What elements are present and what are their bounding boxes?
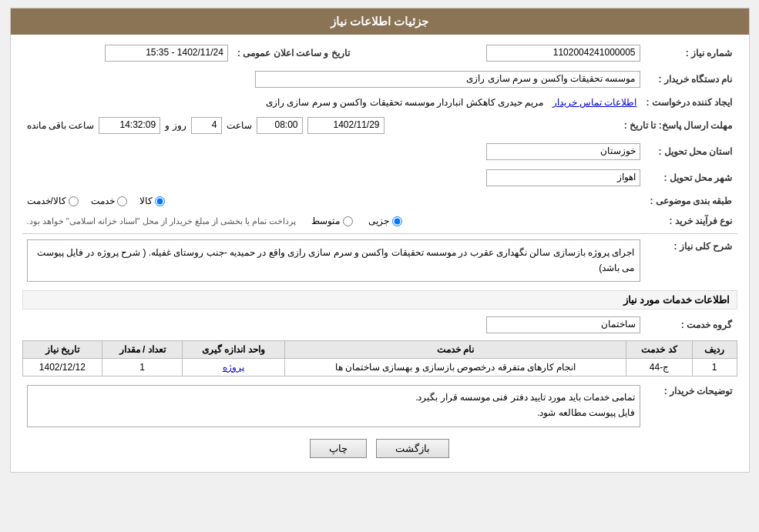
province-input: خوزستان (486, 143, 640, 160)
buttons-row: چاپ بازگشت (22, 439, 737, 458)
buyer-name-input: موسسه تحقیقات واکسن و سرم سازی رازی (255, 71, 640, 88)
creator-value: مریم حیدری کاهکش انباردار موسسه تحقیقات … (266, 97, 543, 108)
type-partial-label: جزیی (368, 216, 389, 226)
announce-label: تاریخ و ساعت اعلان عمومی : (233, 42, 354, 64)
announce-value: 1402/11/24 - 15:35 (22, 42, 233, 64)
buyer-table: نام دستگاه خریدار : موسسه تحقیقات واکسن … (22, 69, 737, 90)
category-goods-item: کالا (139, 196, 165, 206)
table-cell: ج-44 (626, 358, 692, 376)
type-medium-label: متوسط (311, 216, 340, 226)
table-cell[interactable]: پروژه (182, 358, 284, 376)
category-service-label: خدمت (91, 196, 115, 206)
description-table: شرح کلی نیاز : اجرای پروژه بازسازی سالن … (22, 237, 737, 284)
service-group-label: گروه خدمت : (645, 314, 737, 336)
purchase-type-content: پرداخت تمام یا بخشی از مبلغ خریدار از مح… (22, 213, 645, 229)
buyer-note-line2: فایل پیوست مطالعه شود. (32, 405, 636, 420)
divider1 (22, 233, 737, 234)
page-header: جزئیات اطلاعات نیاز (11, 8, 749, 35)
col-date: تاریخ نیاز (22, 340, 102, 358)
buyer-notes-label: توضیحات خریدار : (645, 383, 737, 430)
table-cell: انجام کارهای متفرقه درخصوص بازسازی و بهس… (284, 358, 626, 376)
content-area: شماره نیاز : 1102004241000005 تاریخ و سا… (11, 35, 749, 472)
remaining-label: ساعت باقی مانده (27, 120, 95, 131)
print-button[interactable]: چاپ (310, 439, 367, 458)
buyer-name-row: نام دستگاه خریدار : موسسه تحقیقات واکسن … (22, 69, 737, 90)
city-input: اهواز (486, 169, 640, 186)
top-info-table: شماره نیاز : 1102004241000005 تاریخ و سا… (22, 42, 737, 64)
category-service-radio[interactable] (117, 196, 127, 206)
buyer-notes-content: تمامی خدمات باید مورد تایید دفتر فنی موس… (22, 383, 645, 430)
type-partial-item: جزیی (368, 216, 402, 226)
category-label: طبقه بندی موضوعی : (645, 193, 737, 209)
col-code: کد خدمت (626, 340, 692, 358)
deadline-label: مهلت ارسال پاسخ: تا تاریخ : (620, 115, 737, 136)
day-label: روز و (165, 120, 186, 131)
category-goods-service-radio[interactable] (69, 196, 79, 206)
services-table-head: ردیف کد خدمت نام خدمت واحد اندازه گیری ت… (22, 340, 737, 358)
description-content: اجرای پروژه بازسازی سالن نگهداری عقرب در… (22, 237, 645, 284)
back-button[interactable]: بازگشت (376, 439, 449, 458)
city-row: شهر محل تحویل : اهواز (22, 167, 737, 189)
category-goods-service-label: کالا/خدمت (27, 196, 66, 206)
service-group-row: گروه خدمت : ساختمان (22, 314, 737, 336)
announce-input: 1402/11/24 - 15:35 (105, 45, 228, 62)
need-number-label: شماره نیاز : (645, 42, 737, 64)
city-label: شهر محل تحویل : (645, 167, 737, 189)
type-medium-item: متوسط (311, 216, 353, 226)
category-goods-service-item: کالا/خدمت (27, 196, 79, 206)
header-title: جزئیات اطلاعات نیاز (331, 15, 428, 28)
remaining-input: 14:32:09 (99, 117, 160, 134)
province-label: استان محل تحویل : (645, 141, 737, 162)
province-value: خوزستان (22, 141, 645, 162)
deadline-row: مهلت ارسال پاسخ: تا تاریخ : ساعت باقی ما… (22, 115, 737, 136)
description-label: شرح کلی نیاز : (645, 237, 737, 284)
col-row-num: ردیف (692, 340, 737, 358)
deadline-table: مهلت ارسال پاسخ: تا تاریخ : ساعت باقی ما… (22, 115, 737, 136)
description-box: اجرای پروژه بازسازی سالن نگهداری عقرب در… (27, 239, 640, 282)
deadline-date-row: ساعت باقی مانده 14:32:09 روز و 4 ساعت 08… (27, 117, 615, 134)
deadline-content: ساعت باقی مانده 14:32:09 روز و 4 ساعت 08… (22, 115, 620, 136)
col-quantity: تعداد / مقدار (102, 340, 183, 358)
day-input: 4 (191, 117, 222, 134)
purchase-type-note: پرداخت تمام یا بخشی از مبلغ خریدار از مح… (27, 216, 297, 226)
creator-row: ایجاد کننده درخواست : اطلاعات تماس خریدا… (22, 95, 737, 110)
category-options: کالا/خدمت خدمت کالا (22, 193, 645, 209)
need-number-value: 1102004241000005 (385, 42, 645, 64)
buyer-notes-row: توضیحات خریدار : تمامی خدمات باید مورد ت… (22, 383, 737, 430)
category-goods-radio[interactable] (155, 196, 165, 206)
creator-label: ایجاد کننده درخواست : (642, 95, 737, 110)
category-goods-label: کالا (139, 196, 153, 206)
category-row: طبقه بندی موضوعی : کالا/خدمت خدمت کالا (22, 193, 737, 209)
services-header-row: ردیف کد خدمت نام خدمت واحد اندازه گیری ت… (22, 340, 737, 358)
category-service-item: خدمت (91, 196, 127, 206)
type-medium-radio[interactable] (343, 216, 353, 226)
table-cell: 1 (102, 358, 183, 376)
buyer-notes-box: تمامی خدمات باید مورد تایید دفتر فنی موس… (27, 385, 640, 427)
buyer-notes-table: توضیحات خریدار : تمامی خدمات باید مورد ت… (22, 383, 737, 430)
need-number-input: 1102004241000005 (486, 45, 640, 62)
table-row: 1ج-44انجام کارهای متفرقه درخصوص بازسازی … (22, 358, 737, 376)
city-table: شهر محل تحویل : اهواز (22, 167, 737, 189)
time-input: 08:00 (257, 117, 303, 134)
time-label: ساعت (227, 120, 252, 131)
service-group-value: ساختمان (22, 314, 645, 336)
main-container: جزئیات اطلاعات نیاز شماره نیاز : 1102004… (10, 8, 750, 473)
table-cell: 1 (692, 358, 737, 376)
col-name: نام خدمت (284, 340, 626, 358)
category-radio-group: کالا/خدمت خدمت کالا (27, 196, 640, 206)
purchase-type-row: نوع فرآیند خرید : پرداخت تمام یا بخشی از… (22, 213, 737, 229)
description-row: شرح کلی نیاز : اجرای پروژه بازسازی سالن … (22, 237, 737, 284)
creator-row-content: اطلاعات تماس خریدار مریم حیدری کاهکش انب… (22, 95, 642, 110)
services-table-body: 1ج-44انجام کارهای متفرقه درخصوص بازسازی … (22, 358, 737, 376)
type-partial-radio[interactable] (392, 216, 402, 226)
date-input: 1402/11/29 (307, 117, 385, 134)
services-section-title: اطلاعات خدمات مورد نیاز (22, 290, 737, 309)
col-unit: واحد اندازه گیری (182, 340, 284, 358)
category-table: طبقه بندی موضوعی : کالا/خدمت خدمت کالا (22, 193, 737, 209)
creator-contact-link[interactable]: اطلاعات تماس خریدار (552, 97, 637, 108)
creator-table: ایجاد کننده درخواست : اطلاعات تماس خریدا… (22, 95, 737, 110)
buyer-note-line1: تمامی خدمات باید مورد تایید دفتر فنی موس… (32, 390, 636, 405)
purchase-type-label: نوع فرآیند خرید : (645, 213, 737, 229)
service-group-input: ساختمان (486, 316, 640, 333)
service-group-table: گروه خدمت : ساختمان (22, 314, 737, 336)
